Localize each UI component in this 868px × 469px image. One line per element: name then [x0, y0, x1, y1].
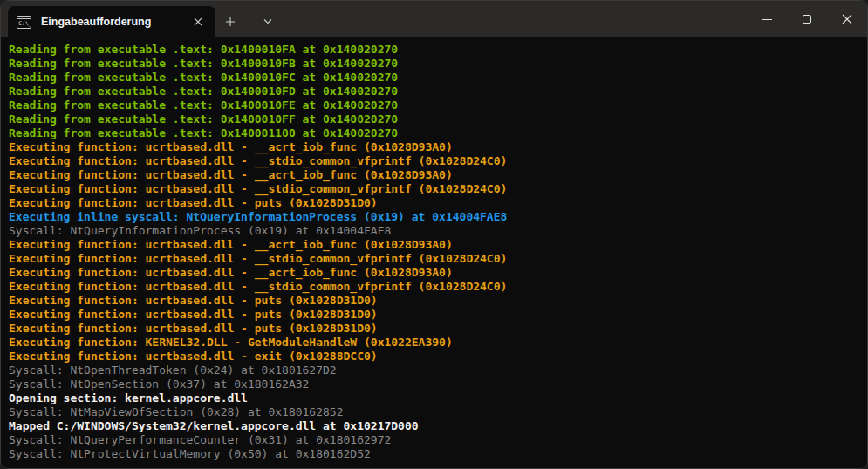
terminal-line: Executing function: ucrtbased.dll - puts…: [9, 294, 862, 308]
tab-close-button[interactable]: [188, 11, 208, 32]
plus-icon: [225, 17, 236, 27]
new-tab-button[interactable]: [215, 6, 245, 37]
terminal-line: Executing function: ucrtbased.dll - exit…: [9, 350, 862, 364]
terminal-line: Executing function: ucrtbased.dll - puts…: [9, 322, 862, 336]
titlebar-drag-region[interactable]: [283, 1, 747, 37]
minimize-button[interactable]: [747, 1, 787, 37]
maximize-button[interactable]: [787, 1, 827, 37]
maximize-icon: [803, 15, 811, 24]
terminal-line: Executing function: ucrtbased.dll - __ac…: [9, 266, 862, 280]
cmd-icon-text: C:\_: [18, 20, 31, 27]
terminal-line: Reading from executable .text: 0x1400010…: [9, 71, 862, 85]
terminal-line: Reading from executable .text: 0x1400010…: [9, 43, 862, 57]
chevron-down-icon: [263, 18, 273, 25]
terminal-line: Syscall: NtProtectVirtualMemory (0x50) a…: [9, 447, 862, 461]
terminal-line: Executing function: ucrtbased.dll - __ac…: [9, 140, 862, 154]
terminal-line: Mapped C:/WINDOWS/System32/kernel.appcor…: [9, 419, 862, 433]
close-icon: [842, 14, 852, 24]
minimize-icon: [762, 19, 772, 20]
terminal-line: Reading from executable .text: 0x1400010…: [9, 57, 862, 71]
tab-eingabeaufforderung[interactable]: C:\_ Eingabeaufforderung: [8, 6, 215, 37]
terminal-line: Executing function: ucrtbased.dll - __ac…: [9, 168, 862, 182]
terminal-line: Executing inline syscall: NtQueryInforma…: [9, 210, 862, 224]
caption-buttons: [747, 1, 867, 37]
terminal-line: Syscall: NtMapViewOfSection (0x28) at 0x…: [9, 405, 862, 419]
terminal-line: Reading from executable .text: 0x1400010…: [9, 112, 862, 126]
terminal-line: Executing function: KERNEL32.DLL - GetMo…: [9, 336, 862, 350]
terminal-line: Reading from executable .text: 0x1400010…: [9, 99, 862, 112]
terminal-window: C:\_ Eingabeaufforderung: [0, 0, 868, 469]
cmd-prompt-icon: C:\_: [17, 16, 31, 29]
terminal-line: Executing function: ucrtbased.dll - __ac…: [9, 238, 862, 252]
titlebar[interactable]: C:\_ Eingabeaufforderung: [1, 1, 867, 37]
terminal-line: Opening section: kernel.appcore.dll: [9, 391, 862, 405]
terminal-line: Executing function: ucrtbased.dll - puts…: [9, 196, 862, 210]
terminal-line: Executing function: ucrtbased.dll - __st…: [9, 280, 862, 294]
close-button[interactable]: [827, 1, 867, 37]
tab-dropdown-button[interactable]: [253, 6, 283, 37]
terminal-line: Syscall: NtQueryInformationProcess (0x19…: [9, 224, 862, 238]
terminal-line: Executing function: ucrtbased.dll - __st…: [9, 252, 862, 266]
terminal-line: Syscall: NtOpenSection (0x37) at 0x18016…: [9, 377, 862, 391]
terminal-line: Executing function: ucrtbased.dll - __st…: [9, 182, 862, 196]
terminal-line: Executing function: ucrtbased.dll - __st…: [9, 154, 862, 168]
terminal-line: Syscall: NtOpenThreadToken (0x24) at 0x1…: [9, 364, 862, 377]
tab-strip-divider: [249, 15, 249, 29]
terminal-line: Reading from executable .text: 0x1400010…: [9, 85, 862, 99]
terminal-line: Executing function: ucrtbased.dll - puts…: [9, 308, 862, 322]
close-icon: [194, 17, 202, 26]
tab-title: Eingabeaufforderung: [41, 16, 188, 28]
terminal-line: Reading from executable .text: 0x1400011…: [9, 126, 862, 140]
terminal-output[interactable]: Reading from executable .text: 0x1400010…: [1, 37, 867, 469]
terminal-line: Syscall: NtQueryPerformanceCounter (0x31…: [9, 433, 862, 447]
